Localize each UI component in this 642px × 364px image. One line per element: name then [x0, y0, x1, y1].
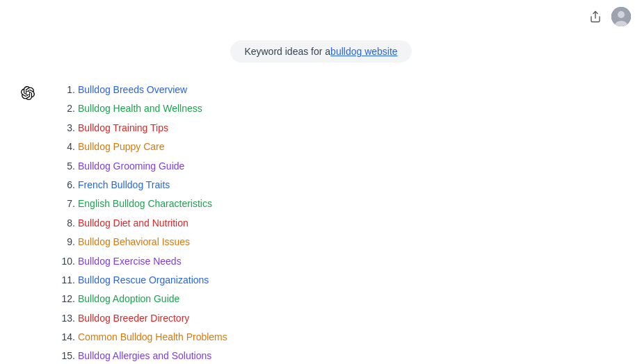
- keyword-link[interactable]: Bulldog Training Tips: [78, 120, 168, 135]
- list-item: 8.Bulldog Diet and Nutrition: [57, 215, 227, 231]
- list-number: 6.: [57, 177, 75, 192]
- list-item: 7.English Bulldog Characteristics: [57, 196, 227, 211]
- list-number: 14.: [57, 329, 75, 345]
- share-button[interactable]: [586, 8, 604, 26]
- avatar-icon: [611, 7, 631, 26]
- main-content: 1.Bulldog Breeds Overview2.Bulldog Healt…: [0, 82, 642, 364]
- list-item: 4.Bulldog Puppy Care: [57, 139, 227, 154]
- avatar[interactable]: [611, 7, 631, 26]
- keyword-link[interactable]: Bulldog Rescue Organizations: [78, 272, 209, 288]
- list-number: 3.: [57, 120, 75, 135]
- list-item: 11.Bulldog Rescue Organizations: [57, 272, 227, 288]
- ai-icon-wrapper: [21, 85, 35, 364]
- search-bar-area: Keyword ideas for a bulldog website: [0, 0, 642, 63]
- keyword-link[interactable]: Bulldog Breeder Directory: [78, 311, 189, 326]
- keyword-link[interactable]: Bulldog Allergies and Solutions: [78, 348, 211, 363]
- list-item: 9.Bulldog Behavioral Issues: [57, 234, 227, 249]
- keyword-link[interactable]: English Bulldog Characteristics: [78, 196, 212, 211]
- list-item: 5.Bulldog Grooming Guide: [57, 158, 227, 174]
- list-number: 8.: [57, 215, 75, 231]
- share-icon: [589, 10, 602, 23]
- list-number: 2.: [57, 101, 75, 116]
- search-text-static: Keyword ideas for a: [244, 46, 330, 57]
- keyword-link[interactable]: Bulldog Grooming Guide: [78, 158, 184, 174]
- list-number: 12.: [57, 291, 75, 306]
- list-number: 7.: [57, 196, 75, 211]
- list-item: 3.Bulldog Training Tips: [57, 120, 227, 135]
- list-item: 13.Bulldog Breeder Directory: [57, 311, 227, 326]
- keyword-link[interactable]: Bulldog Diet and Nutrition: [78, 215, 188, 231]
- list-number: 5.: [57, 158, 75, 174]
- keyword-link[interactable]: Bulldog Exercise Needs: [78, 254, 182, 269]
- list-item: 15.Bulldog Allergies and Solutions: [57, 348, 227, 363]
- keyword-link[interactable]: Bulldog Behavioral Issues: [78, 234, 190, 249]
- svg-point-2: [618, 11, 625, 18]
- top-bar: [586, 7, 631, 26]
- search-pill: Keyword ideas for a bulldog website: [230, 40, 411, 63]
- list-item: 6.French Bulldog Traits: [57, 177, 227, 192]
- openai-icon: [21, 86, 35, 100]
- list-item: 10.Bulldog Exercise Needs: [57, 254, 227, 269]
- list-item: 1.Bulldog Breeds Overview: [57, 82, 227, 97]
- list-number: 13.: [57, 311, 75, 326]
- keyword-link[interactable]: Bulldog Puppy Care: [78, 139, 165, 154]
- keyword-link[interactable]: Bulldog Health and Wellness: [78, 101, 202, 116]
- search-text-link: bulldog website: [330, 46, 398, 57]
- keyword-link[interactable]: Common Bulldog Health Problems: [78, 329, 227, 345]
- list-number: 4.: [57, 139, 75, 154]
- list-item: 2.Bulldog Health and Wellness: [57, 101, 227, 116]
- keyword-link[interactable]: Bulldog Adoption Guide: [78, 291, 179, 306]
- keyword-list: 1.Bulldog Breeds Overview2.Bulldog Healt…: [57, 82, 227, 364]
- list-item: 12.Bulldog Adoption Guide: [57, 291, 227, 306]
- keyword-link[interactable]: French Bulldog Traits: [78, 177, 170, 192]
- keyword-link[interactable]: Bulldog Breeds Overview: [78, 82, 187, 97]
- list-number: 10.: [57, 254, 75, 269]
- list-number: 15.: [57, 348, 75, 363]
- list-item: 14.Common Bulldog Health Problems: [57, 329, 227, 345]
- list-number: 1.: [57, 82, 75, 97]
- list-number: 11.: [57, 272, 75, 288]
- list-number: 9.: [57, 234, 75, 249]
